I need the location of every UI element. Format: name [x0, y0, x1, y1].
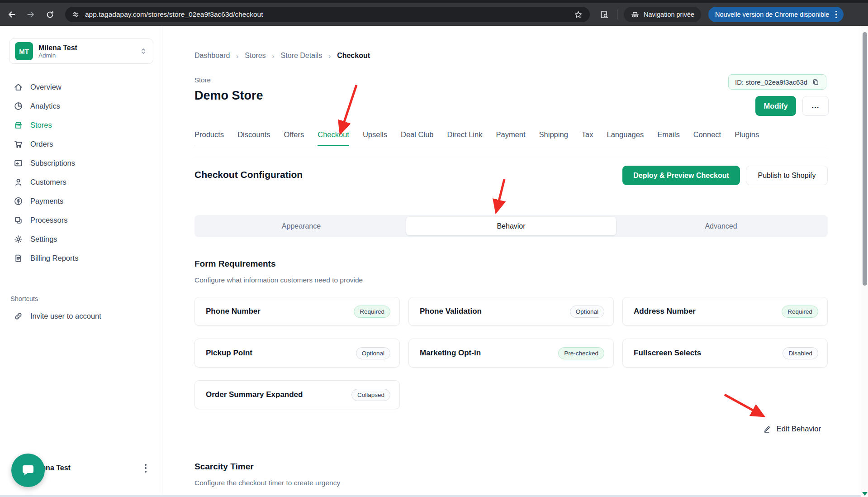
- requirement-label: Phone Validation: [420, 307, 482, 316]
- sidebar-item-billing-reports[interactable]: Billing Reports: [0, 248, 162, 268]
- tab-label: Shipping: [539, 130, 568, 139]
- deploy-preview-button[interactable]: Deploy & Preview Checkout: [622, 166, 740, 185]
- invite-user-label: Invite user to account: [30, 312, 101, 320]
- chat-widget-button[interactable]: [11, 454, 45, 487]
- pie-chart-icon: [14, 101, 23, 111]
- sidebar-item-label: Settings: [30, 235, 57, 244]
- sidebar-item-overview[interactable]: Overview: [0, 77, 162, 96]
- shortcuts-heading: Shortcuts: [10, 295, 38, 302]
- incognito-icon: [631, 10, 640, 19]
- url-text[interactable]: app.tagadapay.com/stores/store_02ea9f3ac…: [85, 10, 573, 19]
- tab-products[interactable]: Products: [194, 130, 224, 146]
- tab-tax[interactable]: Tax: [582, 130, 593, 146]
- invite-user-link[interactable]: Invite user to account: [0, 306, 162, 325]
- tab-direct-link[interactable]: Direct Link: [447, 130, 483, 146]
- breadcrumb-store-details[interactable]: Store Details›: [281, 52, 337, 60]
- tab-deal-club[interactable]: Deal Club: [401, 130, 433, 146]
- store-id-text: ID: store_02ea9f3ac63d: [735, 78, 807, 86]
- edit-behavior-label: Edit Behavior: [777, 425, 821, 433]
- incognito-badge: Navigation privée: [624, 7, 701, 22]
- account-switcher[interactable]: MT Milena Test Admin: [9, 38, 153, 64]
- tab-connect[interactable]: Connect: [693, 130, 721, 146]
- checkout-configuration-title: Checkout Configuration: [194, 169, 303, 180]
- tab-discounts[interactable]: Discounts: [237, 130, 270, 146]
- tab-offers[interactable]: Offers: [284, 130, 304, 146]
- requirement-card-phone-validation: Phone Validation Optional: [408, 297, 614, 326]
- tab-upsells[interactable]: Upsells: [363, 130, 387, 146]
- home-icon: [14, 82, 23, 92]
- forward-button[interactable]: [25, 9, 36, 20]
- avatar: MT: [15, 42, 33, 60]
- sidebar-item-analytics[interactable]: Analytics: [0, 96, 162, 115]
- back-button[interactable]: [6, 9, 17, 20]
- chevron-right-icon: ›: [272, 52, 275, 60]
- segment-label: Behavior: [497, 222, 525, 230]
- scrollbar-thumb[interactable]: [863, 32, 867, 286]
- cart-icon: [14, 139, 23, 149]
- tab-label: Connect: [693, 130, 721, 139]
- account-role: Admin: [38, 52, 77, 59]
- scarcity-timer-title: Scarcity Timer: [194, 462, 254, 472]
- tab-label: Emails: [657, 130, 680, 139]
- requirement-card-fullscreen-selects: Fullscreen Selects Disabled: [622, 339, 828, 368]
- site-settings-icon[interactable]: [71, 10, 80, 19]
- section-divider: [194, 156, 828, 156]
- breadcrumb-stores[interactable]: Stores›: [245, 52, 280, 60]
- form-requirement-cards: Phone Number Required Phone Validation O…: [194, 297, 828, 409]
- store-tabs: Products Discounts Offers Checkout Upsel…: [194, 130, 828, 146]
- sidebar-item-label: Analytics: [30, 102, 60, 110]
- chrome-update-label: Nouvelle version de Chrome disponible: [715, 11, 829, 18]
- browser-menu-icon[interactable]: [834, 11, 839, 19]
- scarcity-timer-subtitle: Configure the checkout timer to create u…: [194, 479, 340, 487]
- tab-payment[interactable]: Payment: [496, 130, 525, 146]
- breadcrumb-checkout[interactable]: Checkout›: [337, 52, 370, 60]
- scroll-down-arrow-icon[interactable]: [862, 492, 868, 496]
- breadcrumb-label: Stores: [245, 52, 266, 60]
- checkout-config-segments: Appearance Behavior Advanced: [194, 215, 828, 237]
- breadcrumb-label: Dashboard: [194, 52, 230, 60]
- sidebar-item-subscriptions[interactable]: Subscriptions: [0, 153, 162, 172]
- page-title: Demo Store: [194, 89, 263, 103]
- form-requirements-subtitle: Configure what information customers nee…: [194, 276, 363, 284]
- link-icon: [14, 311, 23, 321]
- sidebar-item-stores[interactable]: Stores: [0, 115, 162, 134]
- requirement-card-phone-number: Phone Number Required: [194, 297, 400, 326]
- vertical-scrollbar[interactable]: [861, 26, 868, 497]
- sidebar-item-label: Customers: [30, 178, 66, 186]
- sidebar-item-label: Subscriptions: [30, 159, 75, 167]
- address-bar[interactable]: app.tagadapay.com/stores/store_02ea9f3ac…: [65, 7, 590, 22]
- chrome-update-button[interactable]: Nouvelle version de Chrome disponible: [708, 7, 844, 22]
- sidebar-item-processors[interactable]: Processors: [0, 210, 162, 229]
- copy-icon[interactable]: [812, 78, 820, 86]
- sidebar-item-payments[interactable]: Payments: [0, 191, 162, 210]
- segment-behavior[interactable]: Behavior: [406, 217, 616, 235]
- requirement-card-pickup-point: Pickup Point Optional: [194, 339, 400, 368]
- segment-advanced[interactable]: Advanced: [616, 217, 826, 235]
- search-tabs-icon[interactable]: [599, 9, 610, 20]
- browser-tabstrip: [0, 0, 868, 3]
- sidebar-item-customers[interactable]: Customers: [0, 172, 162, 191]
- tab-shipping[interactable]: Shipping: [539, 130, 568, 146]
- sidebar-item-label: Orders: [30, 140, 53, 148]
- tab-plugins[interactable]: Plugins: [735, 130, 759, 146]
- sidebar-item-settings[interactable]: Settings: [0, 229, 162, 248]
- tab-checkout[interactable]: Checkout: [318, 130, 349, 146]
- segment-appearance[interactable]: Appearance: [196, 217, 406, 235]
- sidebar-item-orders[interactable]: Orders: [0, 134, 162, 153]
- tab-label: Tax: [582, 130, 593, 139]
- edit-behavior-button[interactable]: Edit Behavior: [763, 425, 828, 433]
- bookmark-star-icon[interactable]: [573, 9, 583, 20]
- footer-menu-icon[interactable]: [140, 461, 151, 475]
- document-icon: [14, 253, 23, 263]
- tab-languages[interactable]: Languages: [607, 130, 644, 146]
- status-badge: Collapsed: [351, 389, 390, 401]
- reload-button[interactable]: [44, 9, 55, 20]
- requirement-card-address-number: Address Number Required: [622, 297, 828, 326]
- sidebar-item-label: Payments: [30, 197, 63, 205]
- modify-button[interactable]: Modify: [755, 96, 796, 116]
- tab-emails[interactable]: Emails: [657, 130, 680, 146]
- publish-shopify-button[interactable]: Publish to Shopify: [746, 166, 828, 185]
- more-actions-button[interactable]: ...: [802, 96, 829, 116]
- breadcrumb-dashboard[interactable]: Dashboard›: [194, 52, 245, 60]
- incognito-label: Navigation privée: [644, 11, 694, 18]
